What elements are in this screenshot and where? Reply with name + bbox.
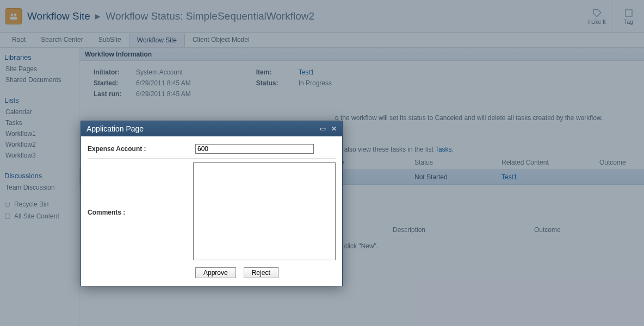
application-page-dialog: Application Page ▭ ✕ Expense Account : C… (81, 121, 343, 286)
dialog-body: Expense Account : Comments : Approve Rej… (81, 136, 342, 286)
reject-button[interactable]: Reject (244, 267, 278, 278)
comments-textarea[interactable] (193, 162, 336, 260)
dialog-title: Application Page (86, 124, 144, 133)
maximize-icon[interactable]: ▭ (320, 126, 326, 132)
comments-label: Comments : (88, 208, 193, 216)
dialog-title-bar[interactable]: Application Page ▭ ✕ (81, 121, 342, 136)
close-icon[interactable]: ✕ (331, 126, 337, 132)
approve-button[interactable]: Approve (195, 267, 236, 278)
expense-account-input[interactable] (195, 144, 314, 154)
expense-account-label: Expense Account : (88, 144, 195, 153)
